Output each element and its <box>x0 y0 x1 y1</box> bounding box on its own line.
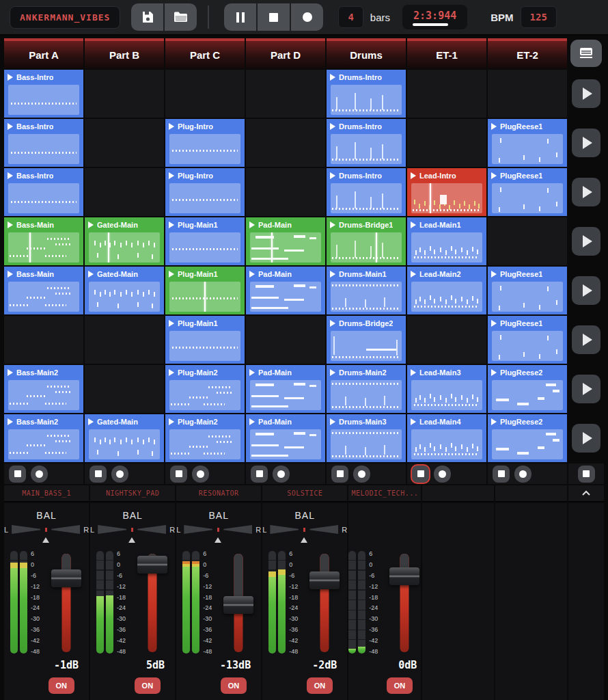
empty-clip-slot[interactable] <box>488 70 567 118</box>
balance-control[interactable]: BALLR <box>4 509 89 548</box>
clip-lead-main3[interactable]: Lead-Main3 <box>407 365 486 413</box>
track-stop-button-drums[interactable] <box>331 466 348 483</box>
volume-fader[interactable] <box>51 551 82 655</box>
bpm-value[interactable]: 125 <box>521 6 557 28</box>
stop-all-clips-button[interactable] <box>570 40 602 67</box>
track-header-part-c[interactable]: Part C <box>165 38 245 68</box>
track-stop-button-et-1[interactable] <box>412 466 429 483</box>
fader-handle[interactable] <box>51 569 81 587</box>
scene-play-button-3[interactable] <box>572 178 600 206</box>
clip-pad-main[interactable]: Pad-Main <box>246 365 325 413</box>
scene-play-button-6[interactable] <box>572 325 600 354</box>
time-display[interactable]: 2:3:944 <box>402 5 467 29</box>
clip-plugreese2[interactable]: PlugReese2 <box>488 414 567 462</box>
track-name-resonator[interactable]: RESONATOR <box>176 485 261 502</box>
save-button[interactable] <box>131 3 163 31</box>
clip-pad-main[interactable]: Pad-Main <box>246 217 325 265</box>
record-button[interactable] <box>291 3 323 31</box>
empty-clip-slot[interactable] <box>246 168 325 216</box>
empty-clip-slot[interactable] <box>488 217 567 265</box>
clip-bass-main[interactable]: Bass-Main <box>4 267 83 314</box>
clip-drums-intro[interactable]: Drums-Intro <box>327 168 406 216</box>
channel-on-button[interactable]: ON <box>135 677 161 694</box>
track-header-part-b[interactable]: Part B <box>85 38 164 68</box>
volume-fader[interactable] <box>309 551 340 655</box>
clip-pad-main[interactable]: Pad-Main <box>246 267 325 314</box>
track-record-button-part-b[interactable] <box>111 466 128 483</box>
clip-drums-bridge2[interactable]: Drums-Bridge2 <box>327 316 406 364</box>
empty-clip-slot[interactable] <box>85 119 164 167</box>
fader-handle[interactable] <box>223 596 253 614</box>
track-header-part-a[interactable]: Part A <box>4 38 83 68</box>
clip-bass-intro[interactable]: Bass-Intro <box>4 119 83 167</box>
volume-fader[interactable] <box>137 551 168 655</box>
track-name-solstice[interactable]: SOLSTICE <box>262 485 347 502</box>
bars-value[interactable]: 4 <box>338 6 363 28</box>
track-stop-button-part-b[interactable] <box>89 466 107 483</box>
track-record-button-drums[interactable] <box>353 466 370 483</box>
clip-plugreese1[interactable]: PlugReese1 <box>488 119 567 167</box>
track-header-et-1[interactable]: ET-1 <box>407 38 486 68</box>
clip-drums-bridge1[interactable]: Drums-Bridge1 <box>327 217 406 265</box>
fader-handle[interactable] <box>137 556 167 574</box>
track-name-main-bass-1[interactable]: MAIN_BASS_1 <box>4 485 89 502</box>
volume-fader[interactable] <box>223 551 254 655</box>
clip-plug-intro[interactable]: Plug-Intro <box>165 119 245 167</box>
clip-bass-intro[interactable]: Bass-Intro <box>4 168 83 216</box>
empty-clip-slot[interactable] <box>246 119 325 167</box>
clip-gated-main[interactable]: Gated-Main <box>85 267 164 314</box>
stop-playback-button[interactable] <box>258 3 290 31</box>
clip-bass-main2[interactable]: Bass-Main2 <box>4 365 83 413</box>
empty-clip-slot[interactable] <box>407 70 486 118</box>
clip-plug-main1[interactable]: Plug-Main1 <box>165 316 245 364</box>
track-name-nightsky-pad[interactable]: NIGHTSKY_PAD <box>90 485 175 502</box>
clip-drums-intro[interactable]: Drums-Intro <box>327 70 406 118</box>
clip-gated-main[interactable]: Gated-Main <box>85 414 164 462</box>
track-record-button-part-c[interactable] <box>192 466 209 483</box>
balance-control[interactable]: BALLR <box>262 509 347 548</box>
clip-plugreese1[interactable]: PlugReese1 <box>488 267 567 314</box>
track-stop-button-part-d[interactable] <box>251 466 268 483</box>
empty-clip-slot[interactable] <box>407 316 486 364</box>
project-title[interactable]: ANKERMANN_VIBES <box>10 6 120 29</box>
clip-bass-main[interactable]: Bass-Main <box>4 217 83 265</box>
track-header-et-2[interactable]: ET-2 <box>488 38 567 68</box>
channel-on-button[interactable]: ON <box>307 677 333 694</box>
channel-on-button[interactable]: ON <box>49 677 75 694</box>
clip-pad-main[interactable]: Pad-Main <box>246 414 325 462</box>
fader-handle[interactable] <box>389 567 419 585</box>
scene-play-button-5[interactable] <box>572 276 600 305</box>
track-header-part-d[interactable]: Part D <box>246 38 325 68</box>
scene-play-button-7[interactable] <box>572 375 600 403</box>
empty-clip-slot[interactable] <box>407 119 486 167</box>
pause-button[interactable] <box>224 3 256 31</box>
clip-bass-intro[interactable]: Bass-Intro <box>4 70 83 118</box>
clip-plug-main1[interactable]: Plug-Main1 <box>165 267 245 314</box>
clip-lead-main1[interactable]: Lead-Main1 <box>407 217 486 265</box>
clip-plugreese1[interactable]: PlugReese1 <box>488 168 567 216</box>
empty-clip-slot[interactable] <box>85 70 164 118</box>
track-record-button-part-d[interactable] <box>273 466 290 483</box>
volume-fader[interactable] <box>389 551 420 655</box>
empty-clip-slot[interactable] <box>4 316 83 364</box>
clip-plug-main2[interactable]: Plug-Main2 <box>165 414 245 462</box>
track-stop-button-part-a[interactable] <box>9 466 26 483</box>
clip-gated-main[interactable]: Gated-Main <box>85 217 164 265</box>
track-record-button-et-2[interactable] <box>514 466 531 483</box>
track-record-button-et-1[interactable] <box>434 466 451 483</box>
clip-drums-main2[interactable]: Drums-Main2 <box>327 365 406 413</box>
channel-on-button[interactable]: ON <box>221 677 247 694</box>
clip-plug-main2[interactable]: Plug-Main2 <box>165 365 245 413</box>
clip-plugreese2[interactable]: PlugReese2 <box>488 365 567 413</box>
clip-drums-main1[interactable]: Drums-Main1 <box>327 267 406 314</box>
clip-plugreese1[interactable]: PlugReese1 <box>488 316 567 364</box>
collapse-mixer-button[interactable] <box>568 485 604 501</box>
fader-handle[interactable] <box>309 571 340 589</box>
empty-clip-slot[interactable] <box>165 70 245 118</box>
clip-bass-main2[interactable]: Bass-Main2 <box>4 414 83 462</box>
balance-control[interactable]: BALLR <box>176 509 261 548</box>
clip-drums-main3[interactable]: Drums-Main3 <box>327 414 406 462</box>
scene-play-button-8[interactable] <box>572 424 600 453</box>
channel-on-button[interactable]: ON <box>387 677 413 694</box>
track-record-button-part-a[interactable] <box>31 466 48 483</box>
